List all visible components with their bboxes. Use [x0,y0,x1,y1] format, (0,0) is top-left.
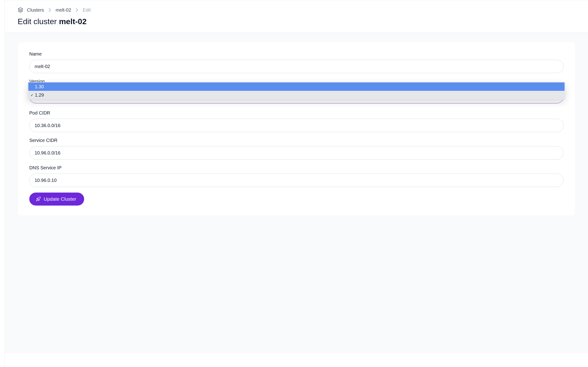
page-header: Clusters melt-02 Edit Edit cluster melt-… [5,0,588,33]
service-cidr-input[interactable] [29,146,564,159]
check-icon: ✓ [30,93,34,97]
name-label: Name [29,51,564,57]
dns-service-ip-input[interactable] [29,174,564,187]
dns-service-ip-label: DNS Service IP [29,165,564,170]
pod-cidr-label: Pod CIDR [29,110,564,116]
version-option-1-30[interactable]: ✓ 1.30 [28,83,564,91]
version-option-1-29[interactable]: ✓ 1.29 [28,91,564,99]
content-region: Name Version ✓ 1.30 ✓ 1.29 [5,33,588,353]
layers-icon [18,7,23,13]
form-group-version: Version ✓ 1.30 ✓ 1.29 [29,79,564,105]
breadcrumb-clusters[interactable]: Clusters [27,8,44,13]
edit-cluster-form-card: Name Version ✓ 1.30 ✓ 1.29 [18,42,575,216]
version-option-label: 1.29 [35,92,44,98]
chevron-right-icon [48,8,52,12]
service-cidr-label: Service CIDR [29,138,564,143]
page-title-prefix: Edit cluster [18,17,59,26]
name-input[interactable] [29,60,564,73]
page-title: Edit cluster melt-02 [18,17,575,26]
breadcrumb-current: Edit [83,8,91,13]
form-group-dns-service-ip: DNS Service IP [29,165,564,187]
version-option-label: 1.30 [35,84,44,89]
form-group-name: Name [29,51,564,73]
svg-marker-0 [18,8,23,10]
breadcrumb: Clusters melt-02 Edit [18,7,575,13]
update-cluster-button[interactable]: Update Cluster [29,192,84,206]
pod-cidr-input[interactable] [29,119,564,132]
form-group-pod-cidr: Pod CIDR [29,110,564,132]
rocket-icon [36,197,41,202]
page-title-name: melt-02 [59,17,87,26]
chevron-right-icon [75,8,79,12]
update-cluster-button-label: Update Cluster [44,196,76,202]
version-dropdown-panel: ✓ 1.30 ✓ 1.29 [28,82,565,100]
form-group-service-cidr: Service CIDR [29,138,564,159]
breadcrumb-cluster-name[interactable]: melt-02 [56,8,71,13]
